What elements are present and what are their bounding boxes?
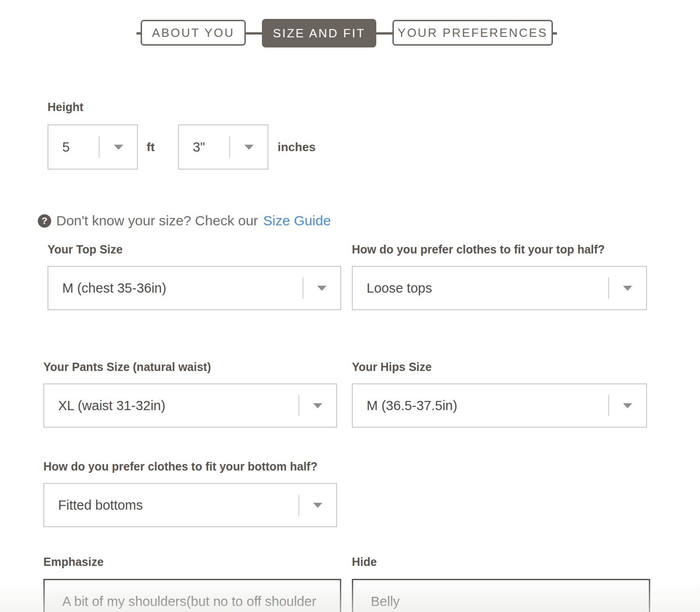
emphasize-label: Emphasize <box>43 555 104 569</box>
height-feet-value: 5 <box>48 140 99 155</box>
tab-size-and-fit-label: SIZE AND FIT <box>273 26 366 41</box>
pants-size-value: XL (waist 31-32in) <box>44 398 298 413</box>
hips-size-value: M (36.5-37.5in) <box>353 398 608 413</box>
height-inches-select[interactable]: 3" <box>178 124 268 170</box>
chevron-down-icon <box>244 145 254 150</box>
top-size-label: Your Top Size <box>47 243 123 256</box>
bottom-fit-select[interactable]: Fitted bottoms <box>43 483 337 527</box>
hide-label: Hide <box>352 555 377 569</box>
pants-size-label: Your Pants Size (natural waist) <box>43 360 211 374</box>
height-feet-arrow-zone <box>100 145 137 150</box>
hips-size-arrow-zone <box>609 403 646 408</box>
tab-about-you[interactable]: ABOUT YOU <box>141 20 246 46</box>
feet-unit-label: ft <box>147 140 154 154</box>
tab-your-preferences-label: YOUR PREFERENCES <box>397 26 547 40</box>
top-fit-value: Loose tops <box>353 281 608 296</box>
tab-size-and-fit[interactable]: SIZE AND FIT <box>262 19 376 47</box>
chevron-down-icon <box>623 286 632 291</box>
height-inches-arrow-zone <box>230 145 267 150</box>
size-guide-row: ? Don't know your size? Check our Size G… <box>38 213 331 229</box>
question-circle-icon: ? <box>38 214 51 228</box>
top-fit-label: How do you prefer clothes to fit your to… <box>352 243 605 256</box>
hips-size-label: Your Hips Size <box>352 360 432 374</box>
bottom-fit-label: How do you prefer clothes to fit your bo… <box>43 460 317 473</box>
pants-size-arrow-zone <box>299 403 336 408</box>
hips-size-select[interactable]: M (36.5-37.5in) <box>352 383 647 428</box>
wizard-step-tabs: ABOUT YOU SIZE AND FIT YOUR PREFERENCES <box>136 19 557 47</box>
inches-unit-label: inches <box>278 140 315 154</box>
chevron-down-icon <box>313 503 322 508</box>
top-size-arrow-zone <box>303 286 340 291</box>
chevron-down-icon <box>313 403 322 408</box>
chevron-down-icon <box>317 286 326 291</box>
height-feet-select[interactable]: 5 <box>47 124 138 170</box>
hide-input[interactable]: Belly <box>352 579 650 612</box>
height-label: Height <box>47 100 83 114</box>
top-size-select[interactable]: M (chest 35-36in) <box>47 266 341 310</box>
emphasize-input[interactable]: A bit of my shoulders(but no to off shou… <box>43 579 341 612</box>
bottom-fit-arrow-zone <box>299 503 336 508</box>
bottom-fit-value: Fitted bottoms <box>44 498 298 513</box>
size-guide-link[interactable]: Size Guide <box>263 213 331 229</box>
height-inches-value: 3" <box>179 140 229 155</box>
tab-your-preferences[interactable]: YOUR PREFERENCES <box>392 20 553 46</box>
tab-about-you-label: ABOUT YOU <box>152 26 234 40</box>
chevron-down-icon <box>114 145 123 150</box>
top-fit-select[interactable]: Loose tops <box>352 266 647 310</box>
size-guide-text: Don't know your size? Check our <box>56 213 258 229</box>
chevron-down-icon <box>623 403 632 408</box>
top-fit-arrow-zone <box>609 286 646 291</box>
pants-size-select[interactable]: XL (waist 31-32in) <box>43 383 337 428</box>
top-size-value: M (chest 35-36in) <box>48 281 303 296</box>
